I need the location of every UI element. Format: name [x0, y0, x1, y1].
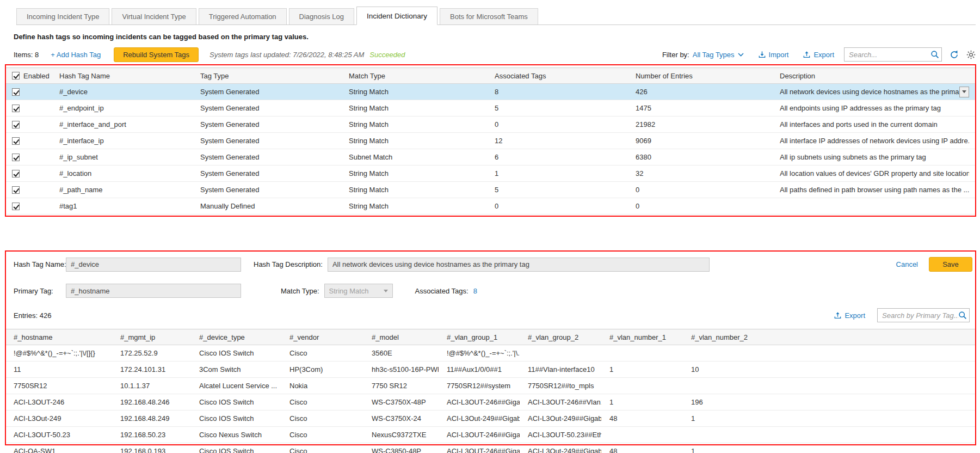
entry-cell-6: ACI-L3Out-249##Gigab...	[520, 411, 601, 426]
tab-diagnosis-log[interactable]: Diagnosis Log	[289, 8, 354, 25]
match-type-cell: String Match	[341, 166, 486, 181]
description-dropdown-icon[interactable]	[959, 87, 969, 97]
col-mgmt-ip: #_mgmt_ip	[112, 329, 191, 345]
hash-tag-row[interactable]: #_ip_subnetSystem GeneratedSubnet Match6…	[5, 149, 976, 166]
hash-tag-name-field[interactable]	[66, 258, 241, 272]
entry-cell-4: hh3c-s5100-16P-PWR-EI	[363, 362, 439, 377]
hash-tag-table-body: #_deviceSystem GeneratedString Match8426…	[5, 84, 976, 215]
entries-count-cell: 21982	[627, 117, 772, 132]
description-cell: All ip subnets using subnets as the prim…	[772, 149, 976, 165]
enabled-cell	[5, 149, 51, 165]
enabled-checkbox[interactable]	[12, 121, 20, 128]
gear-icon[interactable]	[966, 50, 976, 59]
entry-cell-8: 1	[683, 443, 976, 453]
enabled-checkbox[interactable]	[12, 154, 20, 161]
col-enabled: Enabled	[23, 68, 50, 83]
description-text: All ip subnets using subnets as the prim…	[780, 149, 926, 165]
enabled-checkbox[interactable]	[12, 170, 20, 177]
entry-cell-4: WS-C3750X-48P	[363, 394, 439, 410]
cancel-button[interactable]: Cancel	[896, 260, 918, 268]
select-all-checkbox[interactable]	[12, 72, 20, 79]
export-button[interactable]: Export	[803, 51, 834, 59]
associated-tags-cell: 12	[486, 133, 627, 149]
hash-tag-row[interactable]: #_path_nameSystem GeneratedString Match5…	[5, 182, 976, 198]
entry-row[interactable]: 7750SR1210.1.1.37Alcatel Lucent Service …	[5, 378, 976, 394]
tab-virtual-incident-type[interactable]: Virtual Incident Type	[112, 8, 196, 25]
description-text: All endpoints using IP addresses as the …	[780, 100, 941, 116]
hash-tag-name-cell: #_interface_ip	[51, 133, 192, 149]
entry-cell-3: Nokia	[281, 378, 363, 394]
tab-incoming-incident-type[interactable]: Incoming Incident Type	[16, 8, 109, 25]
entries-table-header: #_hostname #_mgmt_ip #_device_type #_ven…	[5, 329, 976, 345]
match-type-select[interactable]: String Match	[324, 284, 393, 298]
enabled-checkbox[interactable]	[12, 137, 20, 145]
entry-cell-5: 7750SR12##system	[439, 378, 520, 394]
col-hash-tag-name: Hash Tag Name	[51, 68, 192, 83]
search-icon[interactable]	[958, 311, 967, 320]
enabled-cell	[5, 84, 51, 100]
entries-count-cell: 1475	[627, 100, 772, 116]
hash-tag-table: Enabled Hash Tag Name Tag Type Match Typ…	[5, 68, 976, 215]
enabled-checkbox[interactable]	[12, 88, 20, 96]
enabled-checkbox[interactable]	[12, 105, 20, 112]
tab-bots-for-microsoft-teams[interactable]: Bots for Microsoft Teams	[440, 8, 538, 25]
hash-tag-row[interactable]: #tag1Manually DefinedString Match00	[5, 198, 976, 215]
search-icon[interactable]	[930, 50, 939, 59]
primary-tag-field[interactable]	[66, 284, 241, 298]
enabled-checkbox[interactable]	[12, 203, 20, 210]
associated-tags-count[interactable]: 8	[473, 287, 477, 295]
hash-tag-row[interactable]: #_deviceSystem GeneratedString Match8426…	[5, 84, 976, 100]
enabled-cell	[5, 100, 51, 116]
col-vlan-group-2: #_vlan_group_2	[520, 329, 601, 345]
hash-tag-name-cell: #_location	[51, 166, 192, 181]
refresh-icon[interactable]	[950, 50, 959, 59]
hash-tag-description-field[interactable]	[328, 258, 710, 272]
match-type-cell: String Match	[341, 133, 486, 149]
import-button[interactable]: Import	[758, 51, 789, 59]
enabled-cell	[5, 166, 51, 181]
rebuild-system-tags-button[interactable]: Rebuild System Tags	[114, 47, 199, 62]
search-input[interactable]	[849, 51, 930, 59]
description-text: All location values of devices' GDR prop…	[780, 166, 969, 181]
entry-cell-5: ACI-L3OUT-246##Giga...	[439, 394, 520, 410]
entry-cell-3: Cisco	[281, 411, 363, 426]
tag-type-cell: Manually Defined	[192, 198, 341, 214]
entry-cell-5: 11##Aux1/0/0##1	[439, 362, 520, 377]
hash-tag-row[interactable]: #_interface_ipSystem GeneratedString Mat…	[5, 133, 976, 149]
tag-type-cell: System Generated	[192, 84, 341, 100]
entries-count-cell: 426	[627, 84, 772, 100]
add-hash-tag-button[interactable]: + Add Hash Tag	[51, 51, 101, 59]
entries-toolbar-right: Export	[834, 308, 970, 322]
match-type-label: Match Type:	[281, 287, 319, 295]
entry-cell-0: ACI-L3Out-249	[5, 411, 112, 426]
hash-tag-row[interactable]: #_locationSystem GeneratedString Match13…	[5, 166, 976, 182]
entry-cell-3: Cisco	[281, 443, 363, 453]
enabled-checkbox[interactable]	[12, 186, 20, 194]
col-number-of-entries: Number of Entries	[627, 68, 772, 83]
entry-cell-7: 48	[601, 443, 683, 453]
hash-tag-row[interactable]: #_interface_and_portSystem GeneratedStri…	[5, 117, 976, 133]
match-type-cell: Subnet Match	[341, 149, 486, 165]
col-hostname: #_hostname	[5, 329, 112, 345]
associated-tags-cell: 5	[486, 100, 627, 116]
entry-row[interactable]: ACI-L3OUT-50.23192.168.50.23Cisco Nexus …	[5, 427, 976, 443]
enabled-cell	[5, 133, 51, 149]
enabled-cell	[5, 182, 51, 198]
entry-cell-4: NexusC9372TXE	[363, 427, 439, 443]
entry-row[interactable]: ACI-L3Out-249192.168.48.249Cisco IOS Swi…	[5, 411, 976, 427]
entry-row[interactable]: 11172.24.101.313Com SwitchHP(3Com)hh3c-s…	[5, 362, 976, 378]
entries-search-input[interactable]	[882, 311, 958, 320]
primary-tag-label: Primary Tag:	[14, 287, 66, 295]
entry-row[interactable]: !@#$%^&*()_-=+~`:;.'|\/[]{}172.25.52.9Ci…	[5, 345, 976, 362]
tab-incident-dictionary[interactable]: Incident Dictionary	[356, 7, 437, 25]
entries-table: #_hostname #_mgmt_ip #_device_type #_ven…	[5, 329, 976, 453]
entry-row[interactable]: ACI-OA-SW1192.168.0.193Cisco IOS SwitchC…	[5, 443, 976, 453]
hash-tag-row[interactable]: #_endpoint_ipSystem GeneratedString Matc…	[5, 100, 976, 117]
entry-cell-3: Cisco	[281, 394, 363, 410]
entries-export-button[interactable]: Export	[834, 311, 865, 320]
hash-tag-name-cell: #_ip_subnet	[51, 149, 192, 165]
tab-triggered-automation[interactable]: Triggered Automation	[199, 8, 287, 25]
tag-type-filter-dropdown[interactable]: All Tag Types	[693, 51, 744, 59]
save-button[interactable]: Save	[929, 257, 972, 272]
entry-row[interactable]: ACI-L3OUT-246192.168.48.246Cisco IOS Swi…	[5, 394, 976, 411]
